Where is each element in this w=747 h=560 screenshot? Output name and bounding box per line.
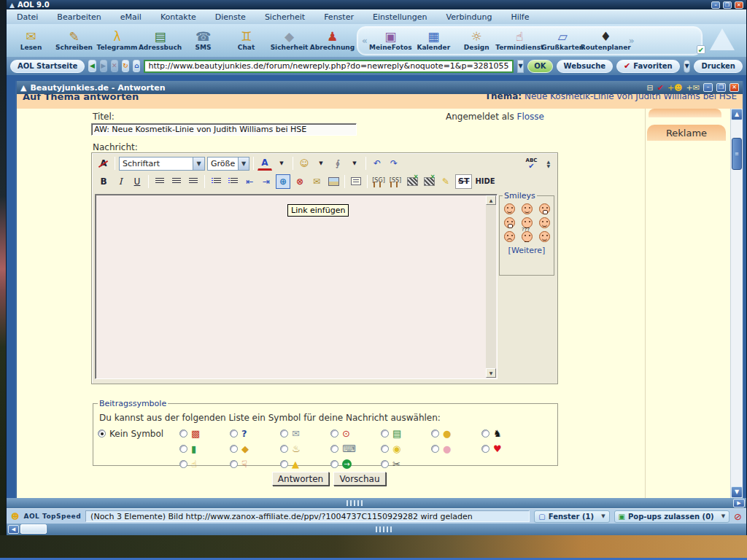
- radio-button[interactable]: [381, 460, 389, 468]
- undo-button[interactable]: ↶: [370, 156, 384, 171]
- symbol-option[interactable]: ●: [431, 429, 481, 439]
- font-color-button[interactable]: A: [258, 156, 272, 171]
- smiley-icon[interactable]: [504, 217, 515, 228]
- browser-horizontal-scrollbar[interactable]: ▶: [7, 498, 746, 508]
- toolbar-abrechnung[interactable]: ♟Abrechnung: [311, 26, 354, 56]
- fenster-dropdown[interactable]: ▢Fenster (1)▼: [534, 510, 609, 523]
- outdent-icon[interactable]: ⇤: [242, 174, 257, 189]
- favoriten-dropdown-button[interactable]: ▼: [684, 60, 691, 73]
- smiley-icon[interactable]: [504, 231, 515, 242]
- toolbar-grusskarten[interactable]: ▱Grußkarten: [541, 26, 584, 56]
- doc-close-button[interactable]: ✕: [729, 83, 739, 92]
- insert-email-button[interactable]: ✉: [309, 174, 324, 189]
- toolbar-adressbuch[interactable]: ▤Adressbuch: [139, 26, 182, 56]
- remove-format-button[interactable]: A: [96, 156, 111, 171]
- toolbar-sms[interactable]: ☎SMS: [182, 26, 225, 56]
- radio-button[interactable]: [179, 445, 187, 453]
- scroll-up-icon[interactable]: ▲: [486, 195, 496, 205]
- menu-fenster[interactable]: Fenster: [324, 12, 354, 22]
- scroll-right-chevron[interactable]: »: [627, 36, 636, 46]
- scroll-down-icon[interactable]: ▼: [731, 486, 743, 498]
- drucken-button[interactable]: Drucken: [694, 60, 743, 73]
- url-input[interactable]: http://www.beautyjunkies.de/forum/newrep…: [144, 60, 513, 73]
- menu-verbindung[interactable]: Verbindung: [446, 12, 492, 22]
- symbol-option[interactable]: ☝: [179, 459, 230, 470]
- radio-button[interactable]: [481, 429, 489, 438]
- radio-button[interactable]: [98, 429, 106, 438]
- attach-button[interactable]: ∮: [330, 156, 345, 171]
- redo-button[interactable]: ↷: [387, 156, 401, 171]
- sg-tag-button[interactable]: [SG]: [371, 174, 386, 189]
- bold-button[interactable]: B: [96, 174, 111, 189]
- textarea-scrollbar[interactable]: ▲ ▼: [486, 195, 496, 378]
- close-button[interactable]: ✕: [735, 1, 743, 9]
- scrollbar-grip[interactable]: [376, 526, 392, 532]
- add-buddy-icon[interactable]: +☻: [667, 83, 683, 93]
- smiley-icon[interactable]: [539, 231, 550, 242]
- italic-button[interactable]: I: [113, 174, 128, 189]
- indent-icon[interactable]: ⇥: [259, 174, 274, 189]
- radio-button[interactable]: [381, 429, 389, 438]
- minimize-button[interactable]: –: [711, 1, 720, 9]
- smiley-icon[interactable]: [504, 203, 515, 214]
- more-smileys-link[interactable]: [Weitere]: [503, 246, 551, 255]
- aol-startseite-button[interactable]: AOL Startseite: [10, 60, 85, 73]
- titel-input[interactable]: AW: Neue Kosmetik-Linie von Judith Willi…: [91, 123, 357, 136]
- align-left-icon[interactable]: [152, 174, 167, 189]
- popups-dropdown[interactable]: ▣Pop-ups zulassen (0)▼: [614, 510, 730, 523]
- home-button[interactable]: ⌂: [133, 60, 140, 72]
- toolbar-checkbox-icon[interactable]: ✔: [697, 45, 705, 54]
- window-horizontal-scrollbar[interactable]: ◀: [7, 524, 746, 535]
- smiley-dropdown[interactable]: ▼: [314, 156, 328, 171]
- username-link[interactable]: Flosse: [517, 112, 544, 122]
- symbol-option[interactable]: ♨: [280, 444, 330, 454]
- scrollbar-thumb[interactable]: [20, 524, 47, 534]
- toolbar-routenplaner[interactable]: ♦Routenplaner: [584, 26, 627, 56]
- antworten-button[interactable]: Antworten: [272, 472, 329, 486]
- symbol-option[interactable]: ▲: [280, 459, 330, 470]
- size-select[interactable]: Größe▼: [207, 157, 249, 171]
- strikethrough-button[interactable]: ST: [455, 174, 472, 189]
- symbol-option[interactable]: →: [330, 459, 381, 469]
- highlighter-pen-icon[interactable]: ✎: [438, 174, 453, 189]
- popup-blocked-icon[interactable]: ⊘: [734, 511, 742, 522]
- attach-dropdown[interactable]: ▼: [347, 156, 362, 171]
- no-symbol-option[interactable]: Kein Symbol: [98, 429, 179, 439]
- radio-button[interactable]: [230, 429, 238, 438]
- radio-button[interactable]: [280, 445, 288, 453]
- scroll-right-icon[interactable]: ▶: [733, 499, 745, 508]
- smiley-icon[interactable]: [539, 203, 550, 214]
- message-textarea[interactable]: ▲ ▼: [95, 194, 498, 379]
- new-mail-icon[interactable]: +✉: [686, 83, 700, 93]
- refresh-button[interactable]: ↻: [122, 60, 129, 72]
- collapse-toolbar-button[interactable]: ▲▼: [546, 160, 550, 168]
- radio-button[interactable]: [280, 429, 288, 438]
- ss-tag-button[interactable]: [SS]: [388, 174, 403, 189]
- hide-button[interactable]: HIDE: [474, 174, 495, 189]
- radio-button[interactable]: [230, 460, 238, 468]
- toolbar-meinefotos[interactable]: ▣MeineFotos: [369, 26, 412, 56]
- toolbar-termindienst[interactable]: ☝Termindienst: [498, 26, 541, 56]
- remove-link-button[interactable]: ⊗: [293, 174, 307, 189]
- maximize-button[interactable]: ❐: [723, 1, 732, 9]
- symbol-option[interactable]: ◉: [381, 444, 431, 454]
- symbol-option[interactable]: ✂: [381, 459, 431, 470]
- radio-button[interactable]: [280, 460, 288, 468]
- websuche-button[interactable]: Websuche: [557, 60, 614, 73]
- menu-kontakte[interactable]: Kontakte: [160, 12, 196, 22]
- ordered-list-icon[interactable]: [209, 174, 223, 189]
- symbol-option[interactable]: ●: [431, 444, 481, 454]
- menu-bearbeiten[interactable]: Bearbeiten: [57, 12, 101, 22]
- insert-link-button[interactable]: ⊕: [276, 174, 290, 189]
- symbol-option[interactable]: ⊙: [330, 429, 381, 439]
- radio-button[interactable]: [330, 429, 338, 438]
- doc-maximize-button[interactable]: ❐: [716, 83, 726, 92]
- font-color-dropdown[interactable]: ▼: [274, 156, 289, 171]
- quote-button[interactable]: [349, 174, 363, 189]
- radio-button[interactable]: [431, 429, 439, 438]
- url-dropdown-button[interactable]: ▼: [517, 60, 525, 73]
- symbol-option[interactable]: ▤: [381, 429, 431, 439]
- scroll-down-icon[interactable]: ▼: [486, 368, 496, 378]
- pixel-image2-button[interactable]: [422, 174, 436, 189]
- print-icon[interactable]: ⊟: [646, 83, 653, 93]
